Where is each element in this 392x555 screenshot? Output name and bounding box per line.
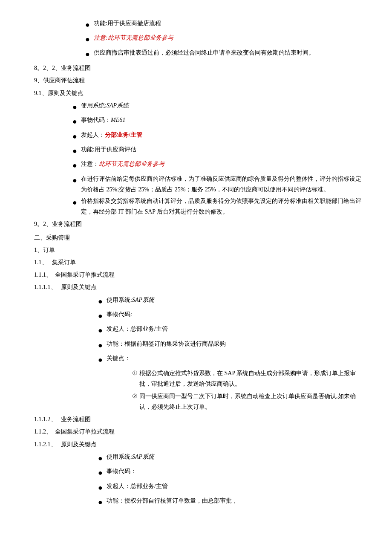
bullet-marker: ● [85,47,94,61]
bullet-marker: ● [72,144,81,158]
section-1-orders: 1、订单 [34,245,366,255]
section-1121-bullets: ● 使用系统:SAP系统 ● 事物代码： ● 发起人：总部业务/主管 ● 功能：… [98,451,366,509]
section-1-1-2-label: 1.1.2、 全国集采订单拉式流程 [34,428,115,435]
sap-text3: SAP系统 [132,454,154,460]
bullet-marker: ● [72,100,81,114]
bullet-text: 事物代码：ME61 [81,115,366,125]
bullet-item: ● 关键点： [98,353,366,367]
section-9-1-label: 9.1、原则及关键点 [34,90,84,96]
bullet-text: 在进行评估前给定每供应商的评估标准，为了准确反应供应商的综合质量及得分的整体性，… [81,173,366,195]
bullet-text: 事物代码： [107,466,366,477]
sap-text2: SAP系统 [132,297,154,303]
circle-num-1: ① [132,368,138,379]
bullet-marker: ● [98,451,107,465]
circle-num-2: ② [132,391,138,402]
bullet-marker: ● [72,115,81,128]
bullet-item: ● 功能：授权分部自行核算订单数量，由总部审批， [98,495,366,509]
bullet-item: ● 使用系统:SAP系统 [98,295,366,308]
bullet-item: ● 使用系统:SAP系统 [72,100,366,114]
key-points-section: ① 根据公式确定推式补货系数，在 SAP 系统自动生成分部采购申请，形成订单上报… [132,368,366,413]
section-9-label: 9、供应商评估流程 [34,77,85,84]
bullet-item: ● 注意：此环节无需总部业务参与 [72,159,366,172]
bullet-marker: ● [98,324,107,337]
bullet-item: ● 事物代码：ME61 [72,115,366,128]
section-1-1-1-label: 1.1.1、 全国集采订单推式流程 [34,272,115,278]
top-bullets-section: ● 功能:用于供应商撤店流程 ● 注意:此环节无需总部业务参与 ● 供应商撤店审… [85,18,366,61]
section-1111-bullets: ● 使用系统:SAP系统 ● 事物代码: ● 发起人：总部业务/主管 ● 功能：… [98,295,366,367]
bullet-item: ● 在进行评估前给定每供应商的评估标准，为了准确反应供应商的综合质量及得分的整体… [72,173,366,195]
bullet-text: 功能:用于供应商撤店流程 [94,18,366,29]
section-9-1: 9.1、原则及关键点 [34,88,366,98]
section-1-1-1-1: 1.1.1.1、 原则及关键点 [34,282,366,292]
bullet-text: 注意：此环节无需总部业务参与 [81,159,366,169]
bullet-text: 使用系统:SAP系统 [107,295,366,305]
bullet-text: 发起人：总部业务/主管 [107,324,366,334]
bullet-item: ● 功能:用于供应商评估 [72,144,366,158]
bullet-text: 使用系统:SAP系统 [107,451,366,462]
document-content: ● 功能:用于供应商撤店流程 ● 注意:此环节无需总部业务参与 ● 供应商撤店审… [34,18,366,509]
section-1-label: 1、订单 [34,247,55,253]
bullet-marker: ● [85,18,94,32]
bullet-marker: ● [98,338,107,352]
section-2-label: 二、采购管理 [34,234,70,241]
section-1-1-2-1: 1.1.2.1、 原则及关键点 [34,439,366,450]
section-9: 9、供应商评估流程 [34,75,366,86]
bullet-text: 价格指标及交货指标系统自动计算评分，品质及服务得分为依照事先设定的评分标准由相关… [81,196,366,217]
section-1-1-label: 1.1、 集采订单 [34,259,76,266]
key-point-1: ① 根据公式确定推式补货系数，在 SAP 系统自动生成分部采购申请，形成订单上报… [132,368,366,389]
bullet-item: ● 发起人：总部业务/主管 [98,481,366,494]
bullet-text: 功能：授权分部自行核算订单数量，由总部审批， [107,495,366,506]
sap-text: SAP系统 [107,102,129,109]
section-1-1: 1.1、 集采订单 [34,257,366,268]
initiator-text: 分部业务/主管 [105,132,142,138]
bullet-text: 功能:用于供应商评估 [81,144,366,155]
bullet-item: ● 事物代码： [98,466,366,480]
bullet-text-red: 注意:此环节无需总部业务参与 [94,32,366,43]
bullet-marker: ● [98,466,107,480]
bullet-item: ● 使用系统:SAP系统 [98,451,366,465]
section-1-1-1-2-label: 1.1.1.2、 业务流程图 [34,416,91,422]
bullet-marker: ● [72,173,81,187]
key-point-2-text: 同一供应商同一型号二次下订单时，系统自动检查上次订单供应商是否确认,如未确认，必… [139,391,366,412]
bullet-item: ● 发起人：分部业务/主管 [72,130,366,143]
bullet-text: 供应商撤店审批表通过前，必须经过合同终止申请单来改变合同有效期的结束时间。 [94,47,366,58]
code-text: ME61 [111,117,125,123]
bullet-item: ● 功能：根据前期签订的集采协议进行商品采购 [98,338,366,352]
bullet-marker: ● [98,495,107,509]
section-1-1-1: 1.1.1、 全国集采订单推式流程 [34,269,366,280]
bullet-marker: ● [72,196,81,209]
bullet-item: ● 注意:此环节无需总部业务参与 [85,32,366,46]
bullet-text: 事物代码: [107,309,366,320]
section-9-2-label: 9。2、业务流程图 [34,221,82,227]
section-1-1-1-2: 1.1.1.2、 业务流程图 [34,414,366,425]
section-1-1-2: 1.1.2、 全国集采订单拉式流程 [34,426,366,437]
bullet-item: ● 功能:用于供应商撤店流程 [85,18,366,32]
bullet-text: 使用系统:SAP系统 [81,100,366,111]
notice-text: 此环节无需总部业务参与 [108,35,173,41]
notice-red: 此环节无需总部业务参与 [99,161,164,167]
bullet-text: 发起人：分部业务/主管 [81,130,366,140]
bullet-item: ● 发起人：总部业务/主管 [98,324,366,337]
section-9-1-bullets: ● 使用系统:SAP系统 ● 事物代码：ME61 ● 发起人：分部业务/主管 ●… [72,100,366,217]
bullet-marker: ● [98,353,107,367]
key-point-1-text: 根据公式确定推式补货系数，在 SAP 系统自动生成分部采购申请，形成订单上报审批… [139,368,366,389]
bullet-marker: ● [98,295,107,308]
bullet-text: 功能：根据前期签订的集采协议进行商品采购 [107,338,366,349]
bullet-marker: ● [85,32,94,46]
bullet-marker: ● [72,159,81,172]
bullet-marker: ● [98,309,107,323]
bullet-item: ● 供应商撤店审批表通过前，必须经过合同终止申请单来改变合同有效期的结束时间。 [85,47,366,61]
bullet-marker: ● [72,130,81,143]
section-8-2: 8。2、2、业务流程图 [34,63,366,73]
bullet-text: 发起人：总部业务/主管 [107,481,366,491]
bullet-marker: ● [98,481,107,494]
section-8-2-label: 8。2、2、业务流程图 [34,65,91,71]
bullet-item: ● 事物代码: [98,309,366,323]
section-9-2: 9。2、业务流程图 [34,219,366,229]
section-1-1-2-1-label: 1.1.2.1、 原则及关键点 [34,441,97,448]
section-2: 二、采购管理 [34,232,366,243]
bullet-item: ● 价格指标及交货指标系统自动计算评分，品质及服务得分为依照事先设定的评分标准由… [72,196,366,217]
key-point-2: ② 同一供应商同一型号二次下订单时，系统自动检查上次订单供应商是否确认,如未确认… [132,391,366,412]
bullet-text: 关键点： [107,353,366,364]
section-1-1-1-1-label: 1.1.1.1、 原则及关键点 [34,284,97,290]
